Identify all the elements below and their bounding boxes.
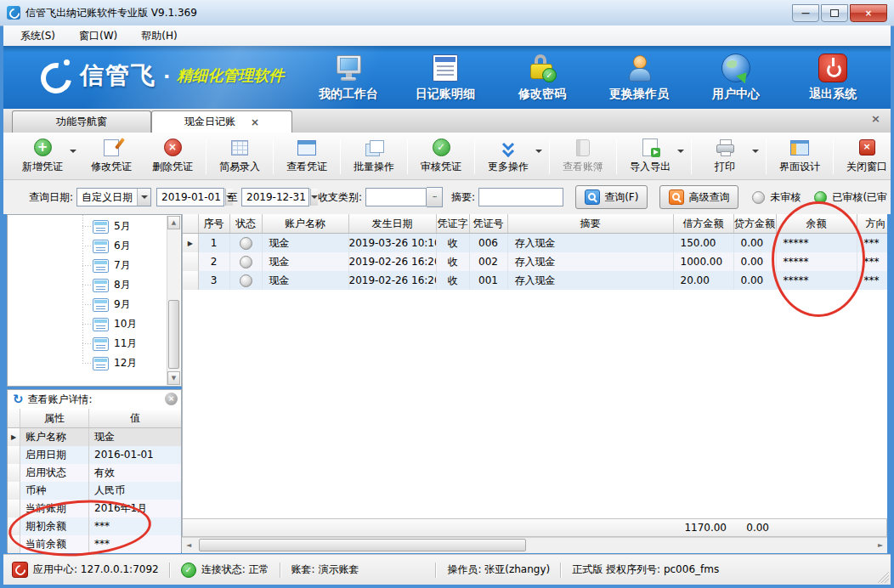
col-summary[interactable]: 摘要 xyxy=(507,214,673,234)
dropdown-arrow-icon[interactable] xyxy=(70,150,76,153)
col-account[interactable]: 账户名称 xyxy=(262,214,348,234)
detail-row[interactable]: ▶账户名称现金 xyxy=(8,428,181,446)
detail-row[interactable]: 启用日期2016-01-01 xyxy=(8,446,181,464)
restore-button[interactable] xyxy=(821,4,848,22)
view-voucher-button[interactable]: 查看凭证 xyxy=(276,136,337,177)
col-debit[interactable]: 借方金额 xyxy=(673,214,733,234)
tree-item-november[interactable]: 11月 xyxy=(82,334,137,353)
exit-system-button[interactable]: 退出系统 xyxy=(797,53,869,102)
app-center-status: 应用中心: 127.0.0.1:7092 xyxy=(3,562,159,578)
advanced-query-button[interactable]: 高级查询 xyxy=(659,185,738,209)
menu-system[interactable]: 系统(S) xyxy=(12,27,64,45)
close-button[interactable]: × xyxy=(850,4,887,22)
unaudited-radio-icon xyxy=(752,191,765,204)
lock-icon: ✓ xyxy=(528,53,557,83)
dropdown-arrow-icon[interactable] xyxy=(752,150,759,153)
workbench-button[interactable]: 我的工作台 xyxy=(313,53,384,102)
more-actions-button[interactable]: 更多操作 xyxy=(478,136,546,177)
change-password-button[interactable]: ✓ 修改密码 xyxy=(506,53,578,102)
date-mode-combo[interactable]: 自定义日期 xyxy=(76,188,151,206)
detail-panel-title: 查看账户详情: xyxy=(28,393,93,407)
simple-entry-button[interactable]: 简易录入 xyxy=(209,136,270,177)
edit-voucher-button[interactable]: 修改凭证 xyxy=(81,136,142,177)
col-seq[interactable]: 序号 xyxy=(198,214,229,234)
tree-item-july[interactable]: 7月 xyxy=(82,256,131,275)
audit-check-icon: ✓ xyxy=(433,139,450,157)
toolbar-separator xyxy=(766,139,767,174)
to-label: 至 xyxy=(228,190,238,205)
tree-scrollbar[interactable]: ▲ ▼ xyxy=(167,216,180,385)
month-journal-icon xyxy=(93,240,109,253)
filter-bar: 查询日期: 自定义日期 2019-01-01 至 2019-12-31 收支类别… xyxy=(3,180,891,214)
print-button[interactable]: 打印 xyxy=(694,136,763,177)
date-to-combo[interactable]: 2019-12-31 xyxy=(241,188,309,206)
tree-item-may[interactable]: 5月 xyxy=(82,217,131,236)
journal-detail-button[interactable]: 日记账明细 xyxy=(410,53,481,102)
month-journal-icon xyxy=(93,357,109,370)
dropdown-arrow-icon[interactable] xyxy=(535,150,542,153)
category-input[interactable] xyxy=(365,188,427,206)
month-journal-icon xyxy=(93,337,109,351)
tree-scrollbar-thumb[interactable] xyxy=(168,300,179,369)
tab-function-nav[interactable]: 功能导航窗 xyxy=(12,110,151,133)
col-direction[interactable]: 方向 xyxy=(857,214,887,234)
category-picker-button[interactable]: ··· xyxy=(427,187,443,207)
close-window-button[interactable]: × 关闭窗口 xyxy=(836,136,894,177)
col-date[interactable]: 发生日期 xyxy=(348,214,436,234)
tree-item-september[interactable]: 9月 xyxy=(82,295,131,314)
toolbar-separator xyxy=(691,139,692,174)
menu-help[interactable]: 帮助(H) xyxy=(133,27,185,45)
resize-grip[interactable] xyxy=(877,571,889,583)
detail-row[interactable]: 启用状态有效 xyxy=(8,464,181,482)
tree-item-august[interactable]: 8月 xyxy=(82,275,131,295)
license-status: 正式版 授权序列号: pc006_fms xyxy=(572,563,719,577)
combo-arrow-icon[interactable] xyxy=(137,189,150,206)
query-button[interactable]: 查询(F) xyxy=(575,185,648,209)
tab-close-icon[interactable]: × xyxy=(251,116,259,128)
hscrollbar-thumb[interactable] xyxy=(199,539,526,551)
scroll-right-icon[interactable]: ► xyxy=(874,539,887,552)
dropdown-arrow-icon[interactable] xyxy=(677,150,684,153)
col-status[interactable]: 状态 xyxy=(229,214,262,234)
month-journal-icon xyxy=(93,220,109,234)
add-voucher-button[interactable]: + 新增凭证 xyxy=(12,136,81,177)
connection-status: ✓ 连接状态: 正常 xyxy=(181,563,269,578)
menu-window[interactable]: 窗口(W) xyxy=(71,27,126,45)
scroll-down-icon[interactable]: ▼ xyxy=(167,371,180,385)
switch-operator-button[interactable]: 更换操作员 xyxy=(603,53,675,102)
brand-logo: 信管飞 · 精细化管理软件 xyxy=(37,58,284,93)
refresh-icon[interactable]: ↻ xyxy=(13,392,24,407)
app-center-icon xyxy=(12,562,28,578)
scroll-left-icon[interactable]: ◄ xyxy=(182,539,195,552)
minimize-button[interactable]: — xyxy=(792,4,819,22)
tabstrip-close-icon[interactable]: × xyxy=(871,112,880,125)
delete-voucher-button[interactable]: × 删除凭证 xyxy=(142,136,203,177)
date-from-combo[interactable]: 2019-01-01 xyxy=(156,188,224,206)
combo-arrow-icon[interactable] xyxy=(310,189,318,206)
ui-design-button[interactable]: 界面设计 xyxy=(769,136,830,177)
import-export-button[interactable]: 导入导出 xyxy=(620,136,688,177)
col-voucher-no[interactable]: 凭证号 xyxy=(469,214,507,234)
status-separator xyxy=(560,563,562,578)
detail-close-icon[interactable]: × xyxy=(165,393,178,405)
col-voucher-word[interactable]: 凭证字 xyxy=(436,214,469,234)
audit-voucher-button[interactable]: ✓ 审核凭证 xyxy=(410,136,472,177)
row-marker-icon: ▶ xyxy=(8,428,20,446)
connection-ok-icon: ✓ xyxy=(181,563,196,578)
total-credit: 0.00 xyxy=(733,522,769,534)
tree-item-june[interactable]: 6月 xyxy=(82,236,131,256)
detail-col-value: 值 xyxy=(89,409,181,427)
detail-row[interactable]: 币种人民币 xyxy=(8,482,181,500)
unaudited-radio[interactable]: 未审核 xyxy=(752,190,801,205)
scroll-up-icon[interactable]: ▲ xyxy=(167,216,180,229)
user-center-button[interactable]: 用户中心 xyxy=(700,53,772,102)
col-credit[interactable]: 贷方金额 xyxy=(733,214,776,234)
detail-col-prop: 属性 xyxy=(20,409,89,427)
summary-input[interactable] xyxy=(478,188,563,206)
table-horizontal-scrollbar[interactable]: ◄ ► xyxy=(182,537,887,553)
batch-operation-button[interactable]: 批量操作 xyxy=(343,136,405,177)
search-icon xyxy=(585,189,600,205)
tab-cash-journal[interactable]: 现金日记账 × xyxy=(151,110,292,133)
tree-item-december[interactable]: 12月 xyxy=(82,353,137,373)
tree-item-october[interactable]: 10月 xyxy=(82,314,137,334)
